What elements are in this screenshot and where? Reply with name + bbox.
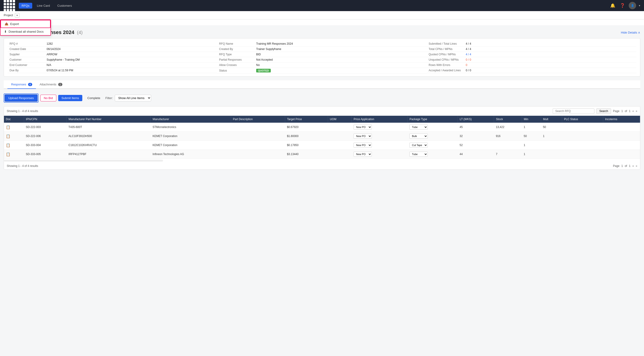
cell-stock-3: 7: [494, 150, 522, 159]
cell-desc-0: [231, 123, 285, 132]
showing-label-top: Showing 1 - 4 of 4 results: [7, 110, 38, 113]
download-icon: ⬇: [4, 30, 7, 33]
tab-attachments[interactable]: Attachments 1: [36, 80, 66, 89]
cell-uom-1: [328, 132, 352, 141]
package-type-select-0[interactable]: Tube Tube Bulk Cut Tape: [410, 125, 428, 130]
th-doc: Doc: [4, 116, 24, 123]
cell-plc-0: [562, 123, 603, 132]
tabs: Responses 4 Attachments 1: [4, 80, 640, 89]
cell-lt-1: 32: [458, 132, 494, 141]
tab-responses[interactable]: Responses 4: [8, 80, 36, 89]
page-prev-bottom-icon[interactable]: «: [632, 164, 634, 168]
cell-uom-0: [328, 123, 352, 132]
no-bid-button[interactable]: No Bid: [40, 95, 56, 101]
cell-mult-2: [541, 141, 562, 150]
page-next-icon[interactable]: »: [636, 110, 637, 113]
detail-row-created-date: Created Date 06/14/2024: [8, 46, 217, 52]
detail-row-supplier: Supplier ARROW: [8, 52, 217, 57]
cell-priceapp-2: New PO Cut Tape: [352, 141, 408, 150]
detail-row-rows-errors: Rows With Errors 0: [427, 62, 636, 68]
price-app-select-1[interactable]: New PO Cut Tape: [354, 134, 372, 139]
th-plc: PLC Status: [562, 116, 603, 123]
table-row: 📋 SD-222-006 ALC10F391DH500 KEMET Corpor…: [4, 132, 640, 141]
cell-pkg-0: Tube Tube Bulk Cut Tape: [408, 123, 458, 132]
avatar-chevron-icon: ▾: [639, 4, 640, 7]
detail-row-created-by: Created By Trainer Supplyframe: [217, 46, 427, 52]
doc-icon-2[interactable]: 📋: [6, 143, 10, 147]
nav-grid-icon[interactable]: [4, 0, 15, 11]
page-next-bottom-icon[interactable]: »: [636, 164, 637, 168]
package-type-select-2[interactable]: Cut Tape Tube Bulk Cut Tape: [410, 143, 428, 148]
th-mult: Mult: [541, 116, 562, 123]
doc-icon-0[interactable]: 📋: [6, 125, 10, 129]
project-bar: Project ▾ 📤 Export ⬇ Download all shared…: [0, 11, 644, 19]
cell-plc-2: [562, 141, 603, 150]
th-incoterms: Incoterms: [603, 116, 640, 123]
cell-mpn-2: C1812C102KHRACTU: [66, 141, 151, 150]
of-label-top: of: [625, 110, 627, 113]
project-chevron-icon[interactable]: ▾: [15, 13, 20, 17]
price-app-select-2[interactable]: New PO Cut Tape: [354, 143, 372, 148]
search-area: Search Page 1 of 1 « »: [553, 108, 637, 114]
upload-responses-button[interactable]: Upload Responses: [5, 94, 38, 102]
dropdown-export-item[interactable]: 📤 Export: [0, 20, 50, 28]
search-button[interactable]: Search: [596, 108, 611, 114]
detail-row-status: Status QUOTED: [217, 68, 427, 74]
table-row: 📋 SD-333-004 C1812C102KHRACTU KEMET Corp…: [4, 141, 640, 150]
price-app-select-0[interactable]: New PO Cut Tape: [354, 125, 372, 130]
detail-row-quoted-cpns: Quoted CPNs / MPNs 4 / 4: [427, 52, 636, 57]
total-pages-bottom: 1: [629, 164, 630, 168]
cell-min-3: 1: [522, 150, 541, 159]
cell-uom-2: [328, 141, 352, 150]
doc-icon-1[interactable]: 📋: [6, 134, 10, 138]
filter-select[interactable]: Show All Line Items Quoted Items Unquote…: [115, 95, 151, 101]
cell-min-2: 1: [522, 141, 541, 150]
th-lt: LT (WKS): [458, 116, 494, 123]
th-mpn: Manufacturer Part Number: [66, 116, 151, 123]
cell-doc-3: 📋: [4, 150, 24, 159]
bell-icon[interactable]: 🔔: [610, 3, 615, 8]
package-type-select-3[interactable]: Tube Tube Bulk Cut Tape: [410, 152, 428, 157]
details-col1: RFQ # 1282 Created Date 06/14/2024 Suppl…: [8, 41, 217, 74]
cell-mpn-3: IRFP4127PBF: [66, 150, 151, 159]
price-app-select-3[interactable]: New PO Cut Tape: [354, 152, 372, 157]
help-icon[interactable]: ❓: [620, 3, 625, 8]
hide-details-link[interactable]: Hide Details ∧: [621, 31, 640, 34]
detail-row-total-cpns: Total CPNs / MPNs 4 / 4: [427, 46, 636, 52]
package-type-select-1[interactable]: Bulk Tube Bulk Cut Tape: [410, 134, 428, 139]
main-content: Training MR Responses 2024 (4) Hide Deta…: [0, 26, 644, 173]
upload-btn-wrapper: Upload Responses: [4, 94, 38, 103]
cell-ipn-3: SD-333-005: [24, 150, 66, 159]
cell-inco-2: [603, 141, 640, 150]
cell-doc-2: 📋: [4, 141, 24, 150]
rfq-table: Doc IPN/CPN Manufacturer Part Number Man…: [4, 116, 640, 159]
project-label: Project: [4, 13, 13, 17]
nav-customers-button[interactable]: Customers: [54, 3, 75, 8]
cell-mfr-1: KEMET Corporation: [151, 132, 231, 141]
details-card: RFQ # 1282 Created Date 06/14/2024 Suppl…: [4, 38, 640, 77]
page-num-top: 1: [621, 110, 623, 113]
dropdown-download-item[interactable]: ⬇ Download all shared Docs: [0, 28, 50, 35]
details-grid: RFQ # 1282 Created Date 06/14/2024 Suppl…: [8, 41, 636, 74]
cell-lt-2: 52: [458, 141, 494, 150]
doc-icon-3[interactable]: 📋: [6, 152, 10, 156]
detail-row-submitted-lines: Submitted / Total Lines 4 / 4: [427, 41, 636, 46]
total-pages-top: 1: [629, 110, 630, 113]
avatar[interactable]: 👤: [629, 2, 636, 9]
cell-price-1: $1.80000: [285, 132, 328, 141]
tab-responses-badge: 4: [28, 83, 32, 86]
page-prev-icon[interactable]: «: [632, 110, 634, 113]
detail-row-rfq-num: RFQ # 1282: [8, 41, 217, 46]
toolbar: Upload Responses No Bid Submit Items Com…: [4, 92, 640, 104]
search-input[interactable]: [553, 108, 594, 114]
detail-row-rfq-type: RFQ Type BID: [217, 52, 427, 57]
page-label-top: Page: [613, 110, 620, 113]
complete-button[interactable]: Complete: [84, 95, 104, 101]
cell-priceapp-3: New PO Cut Tape: [352, 150, 408, 159]
cell-mult-3: [541, 150, 562, 159]
nav-linecard-button[interactable]: Line Card: [34, 3, 52, 8]
cell-lt-3: 44: [458, 150, 494, 159]
nav-rfqs-button[interactable]: RFQs: [19, 3, 32, 8]
submit-items-button[interactable]: Submit Items: [58, 95, 82, 101]
cell-inco-0: [603, 123, 640, 132]
